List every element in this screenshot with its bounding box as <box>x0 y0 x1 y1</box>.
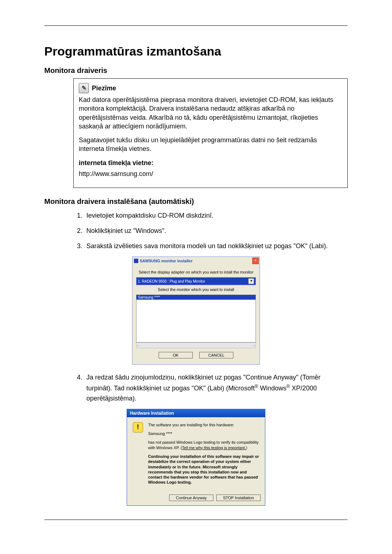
note-box: ✎ Piezīme Kad datora operētājsistēma pie… <box>73 78 348 188</box>
bottom-rule <box>44 520 348 520</box>
scroll-left-icon[interactable]: ‹ <box>137 344 138 348</box>
install-steps: Ievietojiet kompaktdisku CD-ROM diskdzin… <box>73 211 348 251</box>
note-paragraph-2: Sagatavojiet tukšu disku un lejupielādēj… <box>79 136 342 153</box>
registered-mark-1: ® <box>255 383 258 389</box>
step-3: Sarakstā izvēlieties sava monitora model… <box>84 241 348 251</box>
note-link-label: interneta tīmekļa vietne: <box>79 159 342 167</box>
hw-link[interactable]: Tell me why this testing is important. <box>182 446 246 450</box>
step-2: Noklikšķiniet uz "Windows". <box>84 226 348 236</box>
hw-line-3b: ) <box>246 446 247 450</box>
installer-logo-icon <box>134 259 138 263</box>
continue-anyway-button[interactable]: Continue Anyway <box>169 495 213 501</box>
installer-title: SAMSUNG monitor installer <box>140 259 192 263</box>
note-icon: ✎ <box>79 83 89 93</box>
page-title: Programmatūras izmantošana <box>44 44 348 58</box>
warning-icon: ! <box>133 422 143 432</box>
note-url: http://www.samsung.com/ <box>79 169 342 178</box>
hardware-installation-dialog: Hardware Installation ! The software you… <box>127 409 265 506</box>
installer-instruction-1: Select the display adapter on which you … <box>136 270 256 274</box>
hw-line-4: Continuing your installation of this sof… <box>148 454 259 485</box>
step-4: Ja redzat šādu ziņojumlodziņu, noklikšķi… <box>84 373 348 404</box>
monitor-list-selected[interactable]: Samsung **** <box>136 295 256 300</box>
samsung-installer-dialog: SAMSUNG monitor installer × Select the d… <box>132 257 260 365</box>
ok-button[interactable]: OK <box>159 352 193 358</box>
hw-title: Hardware Installation <box>127 409 265 417</box>
chevron-down-icon[interactable]: ▾ <box>248 278 254 284</box>
step-1: Ievietojiet kompaktdisku CD-ROM diskdzin… <box>84 211 348 221</box>
installer-instruction-2: Select the monitor which you want to ins… <box>136 287 256 292</box>
hw-line-3: has not passed Windows Logo testing to v… <box>148 440 259 450</box>
adapter-dropdown[interactable]: 1. RADEON 9550 : Plug and Play Monitor ▾ <box>136 277 256 285</box>
horizontal-scrollbar[interactable]: ‹ › <box>136 342 256 348</box>
monitor-list[interactable]: Samsung **** <box>136 295 256 342</box>
install-steps-cont: Ja redzat šādu ziņojumlodziņu, noklikšķi… <box>73 373 348 404</box>
registered-mark-2: ® <box>286 383 290 389</box>
top-rule <box>44 25 348 26</box>
cancel-button[interactable]: CANCEL <box>199 352 233 358</box>
stop-installation-button[interactable]: STOP Installation <box>216 495 261 501</box>
scroll-right-icon[interactable]: › <box>254 344 255 348</box>
note-label: Piezīme <box>92 84 116 93</box>
note-paragraph-1: Kad datora operētājsistēma pieprasa moni… <box>79 95 342 131</box>
section-auto-install: Monitora draivera instalēšana (automātis… <box>44 197 348 206</box>
section-monitor-driver: Monitora draiveris <box>44 66 348 75</box>
hw-line-1: The software you are installing for this… <box>148 422 259 427</box>
adapter-selected: 1. RADEON 9550 : Plug and Play Monitor <box>138 279 205 283</box>
hw-line-2: Samsung **** <box>148 431 259 436</box>
step-4-text-b: Windows <box>258 385 286 392</box>
close-icon[interactable]: × <box>252 258 259 264</box>
